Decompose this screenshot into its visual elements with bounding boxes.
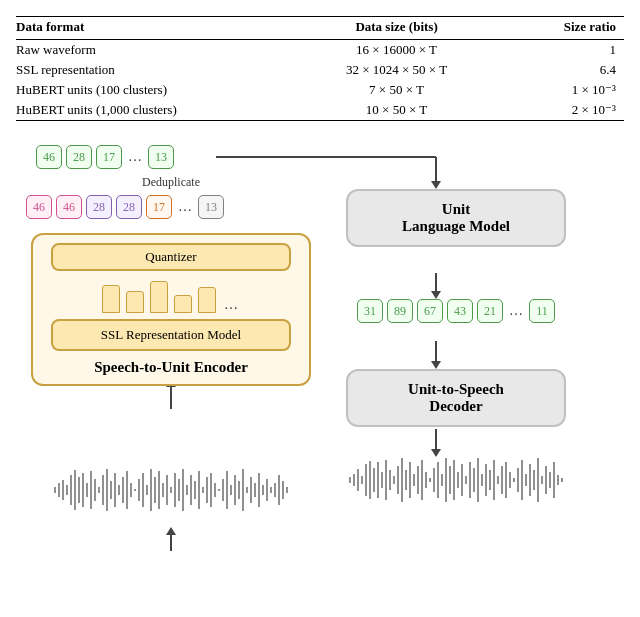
unit-token: 43: [447, 299, 473, 323]
col-header-format: Data format: [16, 17, 267, 40]
unit-token: 89: [387, 299, 413, 323]
col-header-ratio: Size ratio: [534, 17, 624, 40]
unit-token: 28: [116, 195, 142, 219]
ratio-cell: 6.4: [534, 60, 624, 80]
encoder-box: Quantizer … SSL Representation Model Spe…: [31, 233, 311, 386]
dots: …: [128, 149, 142, 165]
dedup-tokens-row: 462817…13: [36, 145, 174, 173]
encoder-bar: [126, 291, 144, 313]
ratio-cell: 1 × 10⁻³: [534, 80, 624, 100]
size-cell: 16 × 16000 × T: [267, 40, 535, 61]
unit-token: 31: [357, 299, 383, 323]
pre-dedup-tokens-row: 4646282817…13: [26, 195, 224, 223]
unit-token: 28: [66, 145, 92, 169]
format-cell: Raw waveform: [16, 40, 267, 61]
ratio-cell: 2 × 10⁻³: [534, 100, 624, 121]
format-cell: HuBERT units (100 clusters): [16, 80, 267, 100]
unit-token: 46: [26, 195, 52, 219]
unit-speech-box: Unit-to-Speech Decoder: [336, 369, 576, 427]
unit-token: 67: [417, 299, 443, 323]
size-cell: 10 × 50 × T: [267, 100, 535, 121]
data-format-table: Data format Data size (bits) Size ratio …: [16, 16, 624, 121]
input-waveform: [31, 465, 311, 515]
unit-token: 13: [198, 195, 224, 219]
svg-marker-10: [431, 291, 441, 299]
unit-lm-line2: Language Model: [368, 218, 544, 235]
diagram-container: 462817…13 Deduplicate 4646282817…13 Quan…: [16, 145, 624, 617]
table-row: Raw waveform 16 × 16000 × T 1: [16, 40, 624, 61]
dedup-label: Deduplicate: [142, 175, 200, 190]
unit-lm-box: Unit Language Model: [336, 189, 576, 247]
svg-marker-6: [166, 527, 176, 535]
quantizer-box: Quantizer: [51, 243, 291, 271]
size-cell: 32 × 1024 × 50 × T: [267, 60, 535, 80]
encoder-bar: [174, 295, 192, 313]
unit-token: 17: [96, 145, 122, 169]
encoder-bar: [102, 285, 120, 313]
unit-token: 21: [477, 299, 503, 323]
table-row: HuBERT units (100 clusters) 7 × 50 × T 1…: [16, 80, 624, 100]
encoder-bar: [150, 281, 168, 313]
bars-row: …: [94, 277, 248, 313]
unit-lm-line1: Unit: [368, 201, 544, 218]
svg-marker-12: [431, 361, 441, 369]
unit-token: 17: [146, 195, 172, 219]
unit-token: 46: [56, 195, 82, 219]
unit-token: 46: [36, 145, 62, 169]
ratio-cell: 1: [534, 40, 624, 61]
bars-dots: …: [224, 297, 238, 313]
encoder-title: Speech-to-Unit Encoder: [94, 359, 248, 376]
unit-token: 13: [148, 145, 174, 169]
unit-token: 11: [529, 299, 555, 323]
format-cell: SSL representation: [16, 60, 267, 80]
ssl-box: SSL Representation Model: [51, 319, 291, 351]
output-waveform: [336, 455, 576, 505]
table-row: SSL representation 32 × 1024 × 50 × T 6.…: [16, 60, 624, 80]
svg-marker-2: [431, 181, 441, 189]
dots: …: [178, 199, 192, 215]
encoder-bar: [198, 287, 216, 313]
col-header-size: Data size (bits): [267, 17, 535, 40]
size-cell: 7 × 50 × T: [267, 80, 535, 100]
dots: …: [509, 303, 523, 319]
table-row: HuBERT units (1,000 clusters) 10 × 50 × …: [16, 100, 624, 121]
right-tokens-row: 3189674321…11: [336, 299, 576, 327]
unit-speech-line1: Unit-to-Speech: [368, 381, 544, 398]
format-cell: HuBERT units (1,000 clusters): [16, 100, 267, 121]
unit-speech-line2: Decoder: [368, 398, 544, 415]
unit-token: 28: [86, 195, 112, 219]
